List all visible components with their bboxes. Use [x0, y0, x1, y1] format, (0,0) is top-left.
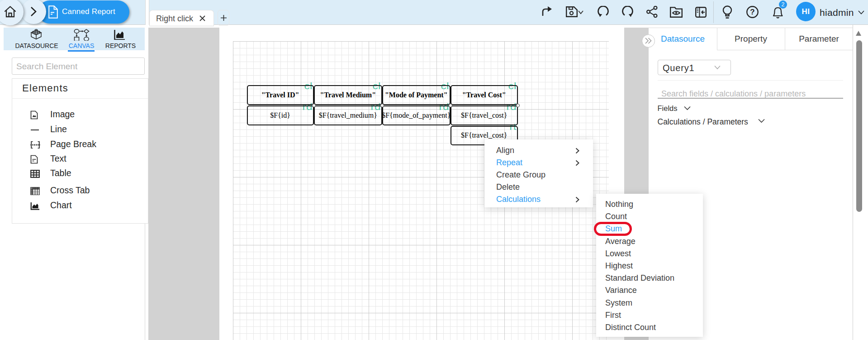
svg-text:?: ? [750, 8, 754, 16]
